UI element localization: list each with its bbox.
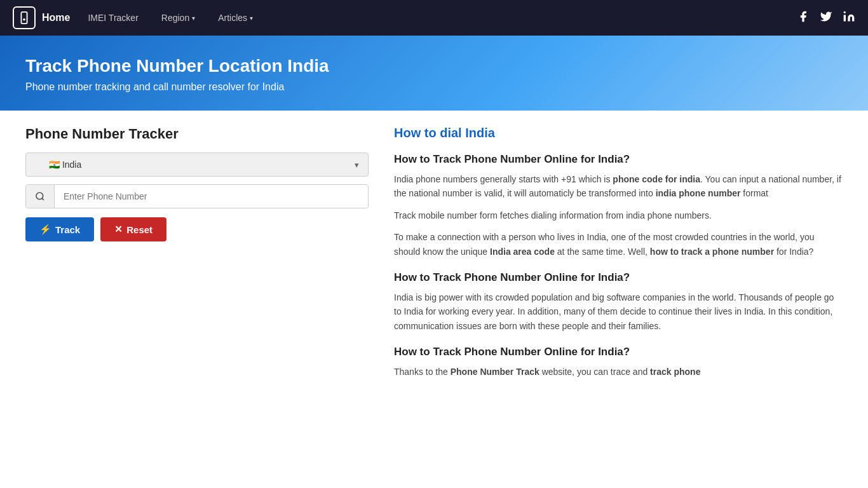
- svg-line-5: [42, 198, 44, 200]
- section-4-para-1: Thanks to the Phone Number Track website…: [394, 365, 843, 379]
- section-4-heading: How to Track Phone Number Online for Ind…: [394, 346, 843, 358]
- svg-rect-0: [21, 12, 27, 24]
- section-1-para-1: India phone numbers generally starts wit…: [394, 172, 843, 201]
- search-icon: [35, 191, 45, 201]
- buttons-row: ⚡ Track ✕ Reset: [25, 217, 369, 241]
- hero-banner: Track Phone Number Location India Phone …: [0, 36, 868, 111]
- navbar-left: Home IMEI Tracker Region ▾ Articles ▾: [13, 6, 258, 29]
- svg-point-4: [36, 193, 43, 200]
- track-button[interactable]: ⚡ Track: [25, 217, 94, 241]
- country-flag: 🇮🇳 India: [49, 159, 81, 170]
- reset-button[interactable]: ✕ Reset: [100, 217, 166, 241]
- select-dropdown-arrow: ▾: [355, 160, 359, 170]
- phone-input[interactable]: [55, 185, 368, 208]
- chevron-down-icon: ▾: [192, 15, 195, 22]
- country-select[interactable]: 🇮🇳 India ▾: [25, 152, 369, 177]
- right-panel: How to dial India How to Track Phone Num…: [394, 126, 843, 387]
- left-panel: Phone Number Tracker 🇮🇳 India ▾ ⚡ Track: [25, 126, 369, 387]
- nav-imei-tracker[interactable]: IMEI Tracker: [83, 10, 143, 25]
- lightning-icon: ⚡: [39, 224, 51, 235]
- tracker-title: Phone Number Tracker: [25, 126, 369, 142]
- nav-region[interactable]: Region ▾: [156, 10, 200, 25]
- navbar-right: [797, 10, 855, 26]
- linkedin-icon[interactable]: [843, 10, 855, 26]
- section-3-para-1: India is big power with its crowded popu…: [394, 290, 843, 333]
- svg-point-1: [23, 18, 25, 21]
- svg-point-3: [844, 11, 846, 13]
- brand-link[interactable]: Home: [13, 6, 70, 29]
- hero-title: Track Phone Number Location India: [25, 56, 843, 76]
- brand-icon: [13, 6, 36, 29]
- x-icon: ✕: [114, 224, 123, 235]
- how-to-dial-heading: How to dial India: [394, 126, 843, 140]
- section-1-para-2: Track mobile number form fetches dialing…: [394, 208, 843, 222]
- country-select-wrapper: 🇮🇳 India ▾: [25, 152, 369, 177]
- search-button[interactable]: [26, 185, 55, 208]
- hero-subtitle: Phone number tracking and call number re…: [25, 81, 843, 93]
- search-wrapper: [25, 184, 369, 208]
- facebook-icon[interactable]: [797, 10, 810, 26]
- twitter-icon[interactable]: [820, 10, 832, 26]
- nav-articles[interactable]: Articles ▾: [213, 10, 258, 25]
- section-2-para-1: To make a connection with a person who l…: [394, 230, 843, 259]
- brand-label: Home: [42, 12, 70, 24]
- navbar: Home IMEI Tracker Region ▾ Articles ▾: [0, 0, 868, 36]
- section-1-heading: How to Track Phone Number Online for Ind…: [394, 153, 843, 166]
- nav-region-label: Region: [161, 13, 189, 23]
- chevron-down-icon: ▾: [250, 15, 253, 22]
- main-content: Phone Number Tracker 🇮🇳 India ▾ ⚡ Track: [0, 111, 868, 402]
- nav-articles-label: Articles: [218, 13, 247, 23]
- nav-imei-label: IMEI Tracker: [88, 13, 138, 23]
- section-3-heading: How to Track Phone Number Online for Ind…: [394, 271, 843, 284]
